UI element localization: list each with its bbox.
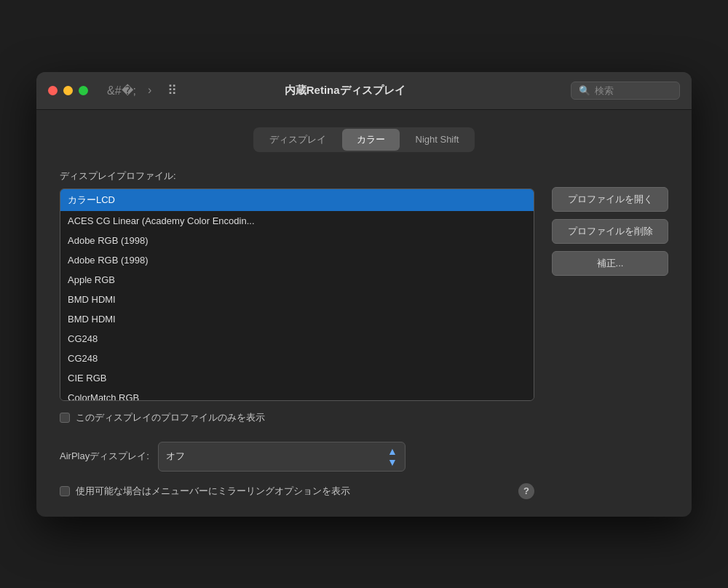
tab-group: ディスプレイ カラー Night Shift xyxy=(253,127,475,152)
list-item[interactable]: Apple RGB xyxy=(60,270,534,290)
list-item[interactable]: CG248 xyxy=(60,329,534,349)
help-button[interactable]: ? xyxy=(518,483,534,499)
close-button[interactable] xyxy=(48,86,58,95)
search-input[interactable] xyxy=(595,85,672,96)
maximize-button[interactable] xyxy=(79,86,88,95)
list-item[interactable]: カラーLCD xyxy=(60,189,534,211)
titlebar: &#�; › ⠿ 内蔵Retinaディスプレイ 🔍 xyxy=(36,72,692,110)
tab-bar: ディスプレイ カラー Night Shift xyxy=(60,127,668,152)
content-area: ディスプレイ カラー Night Shift ディスプレイプロファイル: カラー… xyxy=(36,110,692,517)
left-panel: ディスプレイプロファイル: カラーLCD ACES CG Linear (Aca… xyxy=(60,170,534,499)
tab-display[interactable]: ディスプレイ xyxy=(255,129,341,151)
profile-listbox-container: カラーLCD ACES CG Linear (Academy Color Enc… xyxy=(60,188,534,401)
mirror-checkbox[interactable] xyxy=(60,486,70,496)
list-item[interactable]: CG248 xyxy=(60,349,534,368)
list-item[interactable]: ACES CG Linear (Academy Color Encodin... xyxy=(60,211,534,231)
airplay-value: オフ xyxy=(166,450,185,463)
main-window: &#�; › ⠿ 内蔵Retinaディスプレイ 🔍 ディスプレイ カラー Nig… xyxy=(36,72,692,517)
search-icon: 🔍 xyxy=(579,85,590,96)
show-only-checkbox[interactable] xyxy=(60,413,70,423)
list-item[interactable]: Adobe RGB (1998) xyxy=(60,231,534,250)
show-only-label: このディスプレイのプロファイルのみを表示 xyxy=(76,411,265,424)
airplay-row: AirPlayディスプレイ: オフ ▲ ▼ xyxy=(60,442,534,472)
calibrate-button[interactable]: 補正... xyxy=(552,251,668,276)
traffic-lights xyxy=(48,86,88,95)
list-item[interactable]: Adobe RGB (1998) xyxy=(60,250,534,270)
list-item[interactable]: BMD HDMI xyxy=(60,309,534,329)
airplay-label: AirPlayディスプレイ: xyxy=(60,450,149,463)
show-only-row: このディスプレイのプロファイルのみを表示 xyxy=(60,411,534,424)
profile-section-label: ディスプレイプロファイル: xyxy=(60,170,534,183)
list-item[interactable]: BMD HDMI xyxy=(60,290,534,309)
search-box[interactable]: 🔍 xyxy=(571,82,680,100)
right-panel: プロファイルを開く プロファイルを削除 補正... xyxy=(552,170,668,276)
mirror-row: 使用可能な場合はメニューバーにミラーリングオプションを表示 ? xyxy=(60,483,534,499)
minimize-button[interactable] xyxy=(63,86,73,95)
select-arrows-icon: ▲ ▼ xyxy=(387,446,397,467)
delete-profile-button[interactable]: プロファイルを削除 xyxy=(552,219,668,244)
profile-listbox[interactable]: カラーLCD ACES CG Linear (Academy Color Enc… xyxy=(60,189,534,400)
list-item[interactable]: CIE RGB xyxy=(60,368,534,388)
window-title: 内蔵Retinaディスプレイ xyxy=(127,84,562,98)
mirror-label: 使用可能な場合はメニューバーにミラーリングオプションを表示 xyxy=(76,485,513,498)
open-profile-button[interactable]: プロファイルを開く xyxy=(552,187,668,212)
tab-color[interactable]: カラー xyxy=(342,129,400,151)
airplay-select[interactable]: オフ ▲ ▼ xyxy=(158,442,405,472)
tab-nightshift[interactable]: Night Shift xyxy=(401,129,474,151)
main-area: ディスプレイプロファイル: カラーLCD ACES CG Linear (Aca… xyxy=(60,170,668,499)
list-item[interactable]: ColorMatch RGB xyxy=(60,388,534,400)
